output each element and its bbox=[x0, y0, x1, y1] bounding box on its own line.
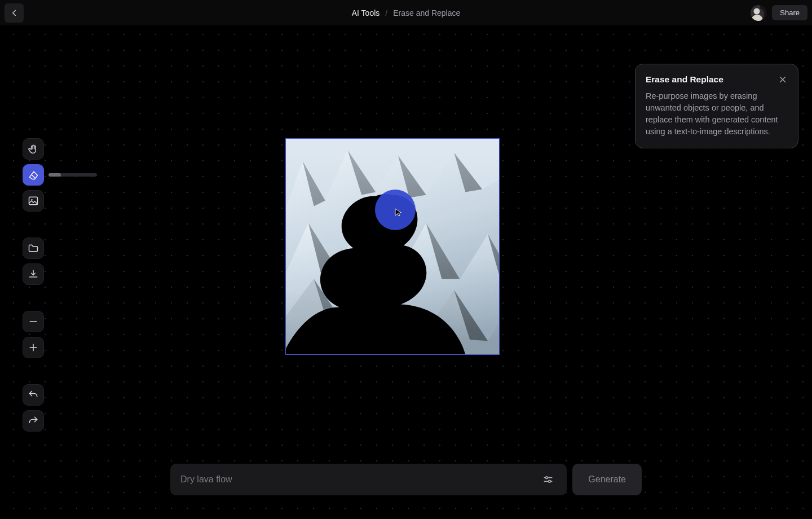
top-bar: AI Tools / Erase and Replace Share bbox=[0, 0, 812, 25]
folder-tool[interactable] bbox=[23, 237, 44, 259]
svg-point-8 bbox=[546, 477, 548, 479]
share-button[interactable]: Share bbox=[772, 5, 807, 20]
undo-button[interactable] bbox=[23, 384, 44, 406]
redo-icon bbox=[28, 415, 39, 426]
undo-icon bbox=[28, 389, 39, 401]
info-panel: Erase and Replace Re-purpose images by e… bbox=[635, 64, 798, 148]
arrow-left-icon bbox=[9, 8, 19, 18]
user-avatar[interactable] bbox=[751, 5, 766, 21]
zoom-out-button[interactable] bbox=[23, 311, 44, 332]
brush-size-slider[interactable] bbox=[48, 173, 97, 177]
download-icon bbox=[28, 269, 39, 280]
info-panel-description: Re-purpose images by erasing unwanted ob… bbox=[646, 90, 788, 138]
info-panel-title: Erase and Replace bbox=[646, 74, 723, 85]
breadcrumb-separator: / bbox=[385, 8, 387, 17]
hand-tool[interactable] bbox=[23, 138, 44, 160]
prompt-input[interactable] bbox=[179, 474, 539, 485]
eraser-tool[interactable] bbox=[23, 164, 44, 186]
breadcrumb-main[interactable]: AI Tools bbox=[352, 8, 380, 17]
brush-cursor bbox=[375, 190, 416, 230]
download-tool[interactable] bbox=[23, 263, 44, 285]
folder-icon bbox=[28, 243, 39, 254]
redo-button[interactable] bbox=[23, 410, 44, 432]
eraser-icon bbox=[28, 169, 39, 181]
canvas[interactable]: Erase and Replace Re-purpose images by e… bbox=[0, 25, 812, 519]
hand-icon bbox=[28, 143, 39, 155]
brush-size-fill bbox=[48, 173, 61, 177]
erase-mask bbox=[286, 139, 499, 354]
svg-point-2 bbox=[754, 8, 760, 14]
canvas-image[interactable] bbox=[285, 138, 500, 355]
zoom-in-button[interactable] bbox=[23, 337, 44, 358]
generate-button[interactable]: Generate bbox=[572, 464, 642, 495]
avatar-icon bbox=[751, 5, 766, 21]
info-panel-close[interactable] bbox=[778, 74, 788, 85]
prompt-input-wrap bbox=[170, 464, 567, 495]
image-tool[interactable] bbox=[23, 190, 44, 212]
left-toolbar bbox=[23, 138, 97, 432]
svg-point-10 bbox=[549, 480, 551, 482]
prompt-settings-button[interactable] bbox=[539, 470, 558, 489]
prompt-bar: Generate bbox=[170, 464, 642, 495]
back-button[interactable] bbox=[5, 3, 24, 23]
minus-icon bbox=[28, 316, 39, 327]
plus-icon bbox=[28, 342, 39, 353]
svg-rect-3 bbox=[29, 197, 38, 204]
breadcrumb-sub: Erase and Replace bbox=[393, 8, 460, 17]
breadcrumb: AI Tools / Erase and Replace bbox=[352, 8, 461, 17]
close-icon bbox=[778, 74, 788, 85]
sliders-icon bbox=[542, 474, 554, 485]
svg-point-4 bbox=[31, 199, 33, 201]
image-icon bbox=[28, 195, 39, 206]
cursor-arrow-icon bbox=[394, 208, 403, 219]
